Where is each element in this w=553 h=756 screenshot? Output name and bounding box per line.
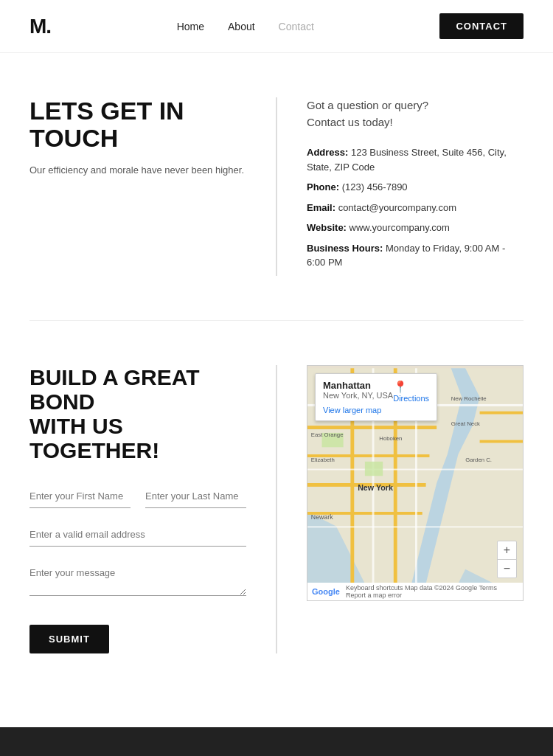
svg-text:Hoboken: Hoboken bbox=[379, 434, 402, 441]
svg-text:Newark: Newark bbox=[311, 513, 333, 520]
nav-contact[interactable]: Contact bbox=[279, 21, 314, 32]
map-footer: Google Keyboard shortcuts Map data ©2024… bbox=[307, 583, 523, 600]
contact-info: Address: 123 Business Street, Suite 456,… bbox=[307, 145, 524, 270]
message-input[interactable] bbox=[29, 561, 246, 596]
nav-links: Home About Contact bbox=[177, 21, 314, 32]
last-name-field bbox=[145, 485, 246, 508]
message-field-wrap bbox=[29, 561, 246, 598]
zoom-out-button[interactable]: − bbox=[498, 560, 516, 578]
map-container: New York Newark Hoboken Elizabeth Great … bbox=[307, 365, 524, 601]
tagline: Got a question or query? Contact us toda… bbox=[307, 97, 524, 131]
first-name-field bbox=[29, 485, 131, 508]
map-pin-icon: 📍 bbox=[393, 381, 408, 393]
svg-rect-6 bbox=[480, 440, 523, 443]
svg-text:New York: New York bbox=[358, 482, 393, 491]
email-line: Email: contact@yourcompany.com bbox=[307, 201, 524, 215]
map-place-name: Manhattan bbox=[323, 380, 393, 391]
email-input[interactable] bbox=[29, 523, 246, 547]
website-line: Website: www.yourcompany.com bbox=[307, 221, 524, 235]
phone-line: Phone: (123) 456-7890 bbox=[307, 180, 524, 195]
form-map-section: BUILD A GREAT BOND WITH US TOGETHER! SUB… bbox=[0, 321, 553, 698]
contact-section: LETS GET IN TOUCH Our efficiency and mor… bbox=[0, 53, 553, 320]
last-name-input[interactable] bbox=[145, 485, 246, 508]
section1-left: LETS GET IN TOUCH Our efficiency and mor… bbox=[29, 97, 277, 276]
footer: M. ADDRESS 123 Business Street, Suite 45… bbox=[0, 727, 553, 757]
svg-text:Garden C.: Garden C. bbox=[465, 456, 492, 462]
map-section: New York Newark Hoboken Elizabeth Great … bbox=[277, 365, 524, 653]
svg-text:New Rochelle: New Rochelle bbox=[451, 395, 487, 402]
address-line: Address: 123 Business Street, Suite 456,… bbox=[307, 145, 524, 174]
hours-line: Business Hours: Monday to Friday, 9:00 A… bbox=[307, 241, 524, 270]
first-name-input[interactable] bbox=[29, 485, 131, 508]
svg-text:Great Neck: Great Neck bbox=[451, 420, 480, 427]
map-place-sub: New York, NY, USA bbox=[323, 391, 393, 400]
section1-subtext: Our efficiency and morale have never bee… bbox=[29, 164, 246, 176]
map-credits: Keyboard shortcuts Map data ©2024 Google… bbox=[346, 584, 518, 599]
form-section: BUILD A GREAT BOND WITH US TOGETHER! SUB… bbox=[29, 365, 277, 653]
submit-button[interactable]: SUBMIT bbox=[29, 625, 109, 653]
section1-right: Got a question or query? Contact us toda… bbox=[277, 97, 524, 276]
section1-heading: LETS GET IN TOUCH bbox=[29, 97, 246, 153]
name-row bbox=[29, 485, 246, 508]
svg-text:East Orange: East Orange bbox=[311, 431, 344, 437]
zoom-in-button[interactable]: + bbox=[498, 541, 516, 560]
view-larger-link[interactable]: View larger map bbox=[323, 406, 429, 415]
svg-text:Elizabeth: Elizabeth bbox=[311, 456, 335, 462]
nav-contact-button[interactable]: CONTACT bbox=[439, 13, 524, 39]
navbar: M. Home About Contact CONTACT bbox=[0, 0, 553, 53]
svg-rect-15 bbox=[365, 461, 383, 475]
nav-home[interactable]: Home bbox=[177, 21, 204, 32]
email-field-wrap bbox=[29, 523, 246, 547]
svg-rect-5 bbox=[480, 411, 523, 414]
logo: M. bbox=[29, 16, 51, 37]
form-heading: BUILD A GREAT BOND WITH US TOGETHER! bbox=[29, 365, 246, 462]
google-logo: Google bbox=[312, 587, 340, 596]
nav-about[interactable]: About bbox=[228, 21, 255, 32]
directions-link[interactable]: Directions bbox=[393, 394, 429, 403]
map-popup: Manhattan New York, NY, USA 📍 Directions… bbox=[315, 373, 437, 421]
map-zoom-controls: + − bbox=[497, 541, 517, 578]
